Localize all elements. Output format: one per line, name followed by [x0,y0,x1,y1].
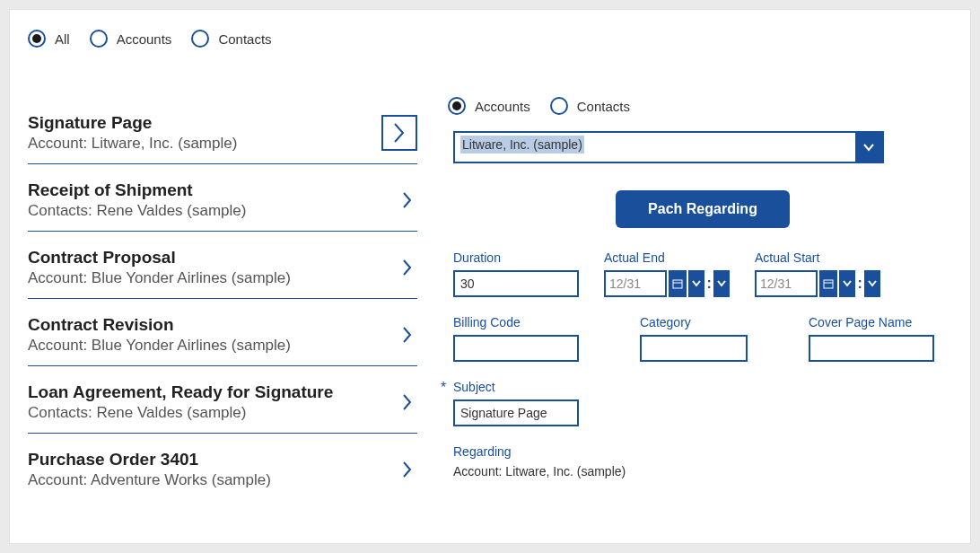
list-item-sub: Contacts: Rene Valdes (sample) [28,404,398,422]
pach-regarding-button[interactable]: Pach Regarding [616,190,790,228]
regarding-label: Regarding [453,444,952,459]
chevron-right-icon [398,325,417,345]
chevron-right-icon[interactable] [381,115,417,151]
list-item-title: Purchase Order 3401 [28,450,398,470]
category-label: Category [640,315,766,329]
calendar-icon[interactable] [669,270,687,297]
app-window: All Accounts Contacts Signature Page Acc… [9,9,971,544]
filter-all-label: All [55,31,70,47]
detail-panel: Accounts Contacts Litware, Inc. (sample)… [453,97,952,500]
filter-accounts-label: Accounts [117,31,172,47]
minute-select[interactable] [864,270,880,297]
hour-select[interactable] [688,270,704,297]
svg-rect-0 [673,280,682,288]
required-asterisk: * [441,380,446,396]
duration-field: Duration [453,250,579,297]
list-item-title: Receipt of Shipment [28,180,398,200]
chevron-right-icon [398,392,417,412]
dropdown-value: Litware, Inc. (sample) [460,136,584,154]
chevron-right-icon [398,190,417,210]
list-item[interactable]: Signature Page Account: Litware, Inc. (s… [28,97,417,164]
cover-page-field: Cover Page Name [809,315,952,362]
list-item-sub: Account: Litware, Inc. (sample) [28,135,381,153]
account-dropdown[interactable]: Litware, Inc. (sample) [453,131,884,163]
list-item[interactable]: Receipt of Shipment Contacts: Rene Valde… [28,164,417,232]
duration-label: Duration [453,250,579,265]
radio-icon [90,30,108,48]
category-input[interactable] [640,335,748,362]
time-colon: : [857,276,862,292]
calendar-icon[interactable] [819,270,837,297]
detail-filter-group: Accounts Contacts [448,97,952,115]
filter-contacts-radio[interactable]: Contacts [191,30,271,48]
time-colon: : [706,276,711,292]
list-item-sub: Account: Blue Yonder Airlines (sample) [28,269,398,287]
actual-start-date-input[interactable] [755,270,818,297]
record-list: Signature Page Account: Litware, Inc. (s… [28,97,417,500]
filter-all-radio[interactable]: All [28,30,70,48]
actual-start-label: Actual Start [755,250,880,265]
radio-icon [550,97,568,115]
detail-filter-accounts-label: Accounts [475,99,530,114]
list-item[interactable]: Purchase Order 3401 Account: Adventure W… [28,434,417,500]
duration-input[interactable] [453,270,579,297]
chevron-right-icon [398,460,417,479]
actual-end-label: Actual End [604,250,730,265]
actual-start-field: Actual Start : [755,250,880,297]
category-field: Category [640,315,766,362]
radio-icon [448,97,466,115]
billing-code-input[interactable] [453,335,579,362]
subject-field: * Subject [453,380,579,426]
detail-filter-contacts-radio[interactable]: Contacts [550,97,630,115]
radio-icon [191,30,209,48]
cover-page-input[interactable] [809,335,934,362]
filter-accounts-radio[interactable]: Accounts [90,30,172,48]
detail-filter-contacts-label: Contacts [577,99,630,114]
detail-filter-accounts-radio[interactable]: Accounts [448,97,530,115]
list-item-title: Contract Revision [28,315,398,335]
regarding-value: Account: Litware, Inc. (sample) [453,464,952,478]
filter-contacts-label: Contacts [218,31,271,47]
svg-rect-2 [824,280,833,288]
chevron-right-icon [398,258,417,277]
subject-input[interactable] [453,399,579,426]
billing-code-field: Billing Code [453,315,579,362]
list-item-title: Loan Agreement, Ready for Signature [28,382,398,402]
list-item-sub: Account: Blue Yonder Airlines (sample) [28,337,398,355]
actual-end-date-input[interactable] [604,270,667,297]
list-item[interactable]: Contract Revision Account: Blue Yonder A… [28,299,417,366]
list-item-title: Contract Proposal [28,248,398,268]
subject-label: Subject [453,380,579,394]
list-item[interactable]: Loan Agreement, Ready for Signature Cont… [28,366,417,434]
hour-select[interactable] [839,270,855,297]
billing-code-label: Billing Code [453,315,579,329]
actual-end-field: Actual End : [604,250,730,297]
list-item[interactable]: Contract Proposal Account: Blue Yonder A… [28,232,417,299]
list-item-title: Signature Page [28,113,381,133]
chevron-down-icon[interactable] [855,133,882,162]
cover-page-label: Cover Page Name [809,315,952,329]
regarding-block: Regarding Account: Litware, Inc. (sample… [453,444,952,478]
list-item-sub: Account: Adventure Works (sample) [28,471,398,489]
top-filter-group: All Accounts Contacts [10,10,970,48]
list-item-sub: Contacts: Rene Valdes (sample) [28,202,398,220]
minute-select[interactable] [713,270,730,297]
radio-icon [28,30,46,48]
